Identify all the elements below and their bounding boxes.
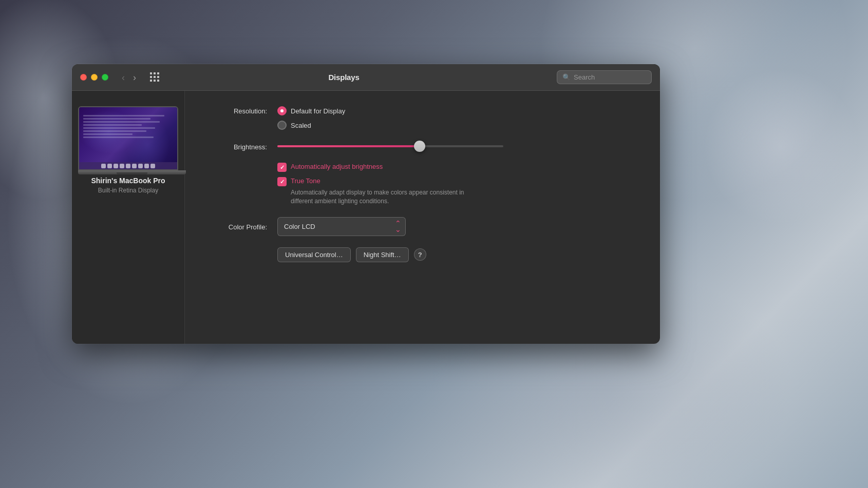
displays-window: ‹ › Displays 🔍 (72, 64, 660, 344)
back-button[interactable]: ‹ (119, 72, 128, 83)
screen-content (83, 115, 173, 138)
chevron-updown-icon: ⌃⌄ (395, 220, 401, 233)
night-shift-button[interactable]: Night Shift… (356, 247, 409, 262)
macbook-base (78, 170, 186, 174)
traffic-lights (80, 74, 108, 81)
screen-taskbar (79, 162, 177, 169)
true-tone-row[interactable]: ✓ True Tone (277, 177, 639, 186)
minimize-button[interactable] (91, 74, 98, 81)
resolution-default-radio[interactable] (277, 106, 287, 115)
auto-brightness-checkbox[interactable]: ✓ (277, 163, 287, 172)
brightness-row: Brightness: (205, 141, 639, 151)
resolution-scaled-option[interactable]: Scaled (277, 121, 345, 130)
brightness-slider-track (277, 145, 503, 147)
checkboxes-section: ✓ Automatically adjust brightness ✓ True… (277, 163, 639, 206)
help-button[interactable]: ? (414, 248, 426, 261)
brightness-slider-fill (277, 145, 420, 147)
resolution-label: Resolution: (205, 106, 267, 115)
main-panel: Resolution: Default for Display Scaled B… (185, 91, 660, 344)
dock-icon (101, 164, 106, 168)
color-profile-row: Color Profile: Color LCD ⌃⌄ (205, 217, 639, 236)
color-profile-dropdown[interactable]: Color LCD ⌃⌄ (277, 217, 406, 236)
brightness-slider-container (277, 141, 503, 151)
content-area: Shirin's MacBook Pro Built-in Retina Dis… (72, 91, 660, 344)
device-subtitle: Built-in Retina Display (98, 187, 158, 194)
dock-icon (107, 164, 112, 168)
resolution-radio-group: Default for Display Scaled (277, 106, 345, 130)
dock-icon (114, 164, 118, 168)
resolution-default-option[interactable]: Default for Display (277, 106, 345, 115)
resolution-default-label: Default for Display (291, 107, 345, 115)
resolution-scaled-radio[interactable] (277, 121, 287, 130)
macbook-screen (79, 107, 177, 169)
checkmark-icon: ✓ (280, 179, 285, 185)
device-illustration (78, 106, 178, 170)
close-button[interactable] (80, 74, 87, 81)
true-tone-description: Automatically adapt display to make colo… (291, 188, 486, 206)
brightness-slider-thumb[interactable] (414, 141, 425, 152)
true-tone-label: True Tone (291, 177, 320, 185)
true-tone-checkbox[interactable]: ✓ (277, 177, 287, 186)
auto-brightness-label: Automatically adjust brightness (291, 163, 383, 170)
device-name: Shirin's MacBook Pro (91, 177, 165, 185)
dock-icon (138, 164, 143, 168)
color-profile-value: Color LCD (284, 223, 315, 230)
sidebar: Shirin's MacBook Pro Built-in Retina Dis… (72, 91, 185, 344)
dock-icon (144, 164, 149, 168)
nav-buttons: ‹ › (119, 72, 139, 83)
universal-control-button[interactable]: Universal Control… (277, 247, 351, 262)
color-profile-label: Color Profile: (205, 222, 267, 231)
dock-icon (126, 164, 130, 168)
checkmark-icon: ✓ (280, 165, 285, 170)
true-tone-section: ✓ True Tone Automatically adapt display … (277, 177, 639, 206)
window-title: Displays (137, 73, 551, 82)
resolution-scaled-label: Scaled (291, 122, 311, 129)
macbook-lid (78, 106, 178, 170)
bottom-buttons: Universal Control… Night Shift… ? (277, 247, 639, 262)
search-icon: 🔍 (562, 73, 571, 81)
search-input[interactable] (574, 73, 646, 81)
search-bar[interactable]: 🔍 (557, 70, 652, 84)
dock-icon (132, 164, 137, 168)
dock-icon (120, 164, 124, 168)
titlebar: ‹ › Displays 🔍 (72, 64, 660, 91)
auto-brightness-row[interactable]: ✓ Automatically adjust brightness (277, 163, 639, 172)
maximize-button[interactable] (102, 74, 108, 81)
resolution-row: Resolution: Default for Display Scaled (205, 106, 639, 130)
brightness-label: Brightness: (205, 142, 267, 151)
dock-icon (150, 164, 155, 168)
